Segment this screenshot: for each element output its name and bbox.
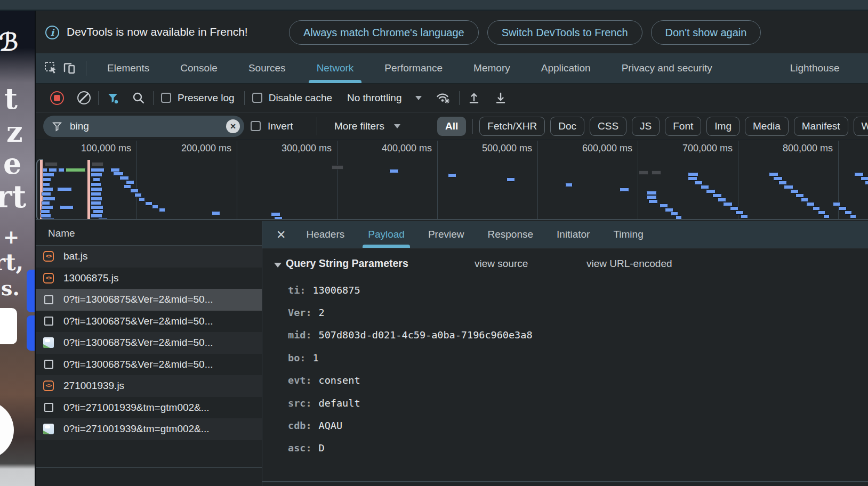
import-har-icon[interactable]: [467, 91, 481, 105]
inspect-element-icon[interactable]: [42, 59, 60, 77]
waterfall-bar: [271, 212, 280, 216]
detail-tab-initiator[interactable]: Initiator: [545, 221, 601, 248]
waterfall-bar: [790, 189, 799, 193]
clear-filter-icon[interactable]: ✕: [226, 119, 240, 133]
detail-tab-timing[interactable]: Timing: [601, 221, 655, 248]
invert-checkbox[interactable]: [251, 121, 261, 131]
waterfall-bar: [795, 193, 804, 198]
request-row[interactable]: 0?ti=271001939&tm=gtm002&...: [36, 397, 262, 419]
detail-tab-payload[interactable]: Payload: [356, 221, 416, 248]
more-filters-button[interactable]: More filters: [334, 120, 400, 132]
view-url-encoded-link[interactable]: view URL-encoded: [586, 258, 672, 270]
export-har-icon[interactable]: [494, 91, 508, 105]
search-icon[interactable]: [132, 91, 146, 105]
waterfall-bar: [565, 183, 573, 187]
tab-memory[interactable]: Memory: [458, 53, 526, 83]
infobar-buttons: Always match Chrome's languageSwitch Dev…: [289, 20, 761, 45]
background-page-text: rt: [0, 181, 26, 212]
waterfall-bar: [43, 177, 51, 182]
infobar-button-don-t-show-again[interactable]: Don't show again: [651, 20, 761, 45]
tab-privacy-and-security[interactable]: Privacy and security: [606, 53, 728, 83]
view-source-link[interactable]: view source: [475, 258, 528, 270]
waterfall-bar: [43, 197, 55, 201]
filter-chip-js[interactable]: JS: [632, 117, 660, 136]
param-value: consent: [319, 375, 360, 386]
name-column-header[interactable]: Name: [36, 221, 262, 246]
infobar-button-switch-devtools-to-french[interactable]: Switch DevTools to French: [487, 20, 642, 45]
request-row[interactable]: 0?ti=13006875&Ver=2&mid=50...: [36, 354, 262, 376]
waterfall-bar: [91, 182, 101, 187]
request-name: 0?ti=13006875&Ver=2&mid=50...: [63, 315, 213, 327]
tab-performance[interactable]: Performance: [369, 53, 458, 83]
tab-application[interactable]: Application: [526, 53, 606, 83]
filter-chip-manifest[interactable]: Manifest: [794, 117, 848, 136]
filter-chip-fetch-xhr[interactable]: Fetch/XHR: [479, 117, 545, 136]
filter-chip-doc[interactable]: Doc: [550, 117, 584, 136]
tab-sources[interactable]: Sources: [233, 53, 301, 83]
waterfall-bar: [43, 187, 53, 191]
record-network-log-button[interactable]: [50, 91, 64, 105]
request-row[interactable]: <>271001939.js: [36, 375, 262, 397]
tab-network[interactable]: Network: [301, 53, 369, 83]
close-icon[interactable]: ✕: [276, 221, 286, 248]
waterfall-bar: [119, 176, 129, 180]
waterfall-bar: [212, 211, 220, 215]
waterfall-bar: [676, 215, 682, 220]
chevron-down-icon: [394, 124, 400, 128]
filter-chip-css[interactable]: CSS: [590, 117, 626, 136]
waterfall-bar: [145, 201, 152, 206]
detail-tab-headers[interactable]: Headers: [294, 221, 356, 248]
device-toolbar-icon[interactable]: [60, 59, 78, 77]
tab-lighthouse[interactable]: Lighthouse: [775, 53, 855, 83]
param-value: 507d803d-d021-4c59-a0ba-7196c960e3a8: [319, 329, 533, 341]
filter-input[interactable]: bing ✕: [43, 116, 244, 137]
waterfall-bar: [801, 198, 808, 202]
disable-cache-checkbox[interactable]: [252, 93, 262, 103]
tab-elements[interactable]: Elements: [92, 53, 165, 83]
filter-query-text: bing: [70, 120, 226, 132]
invert-filter-toggle[interactable]: Invert: [251, 120, 293, 132]
throttling-select[interactable]: No throttling: [347, 92, 422, 104]
timeline-gridline: [237, 141, 237, 219]
request-row[interactable]: 0?ti=13006875&Ver=2&mid=50...: [36, 289, 262, 311]
waterfall-bar: [92, 162, 103, 166]
tab-console[interactable]: Console: [165, 53, 233, 83]
network-overview[interactable]: 100,000 ms200,000 ms300,000 ms400,000 ms…: [36, 140, 868, 220]
request-row[interactable]: <>13006875.js: [36, 268, 262, 289]
waterfall-bar: [152, 205, 158, 209]
filter-chip-img[interactable]: Img: [706, 117, 740, 136]
request-name: 0?ti=13006875&Ver=2&mid=50...: [63, 294, 213, 305]
timeline-gridline: [136, 141, 137, 219]
query-string-section-header[interactable]: Query String Parameters view source view…: [262, 254, 868, 276]
waterfall-bar: [652, 171, 661, 175]
disable-cache-toggle[interactable]: Disable cache: [252, 92, 332, 104]
preserve-log-toggle[interactable]: Preserve log: [161, 92, 235, 104]
detail-tab-preview[interactable]: Preview: [416, 221, 476, 248]
param-value: AQAU: [319, 420, 343, 431]
detail-tab-response[interactable]: Response: [476, 221, 545, 248]
network-conditions-icon[interactable]: [436, 91, 452, 105]
request-row[interactable]: <>bat.js: [36, 246, 262, 268]
request-row[interactable]: 0?ti=13006875&Ver=2&mid=50...: [36, 311, 262, 333]
filter-chip-all[interactable]: All: [437, 117, 466, 136]
background-page-text: +: [3, 227, 19, 246]
devtools-screenshot: ℬtzert+rt,s. i DevTools is now available…: [0, 0, 868, 486]
request-row[interactable]: 0?ti=271001939&tm=gtm002&...: [36, 418, 262, 440]
toolbar-divider: [459, 91, 460, 105]
request-row[interactable]: 0?ti=13006875&Ver=2&mid=50...: [36, 332, 262, 354]
filter-chip-font[interactable]: Font: [665, 117, 701, 136]
preserve-log-checkbox[interactable]: [161, 93, 171, 103]
collapse-triangle-icon[interactable]: [274, 263, 282, 268]
waterfall-bar: [646, 195, 657, 199]
infobar-button-always-match-chrome-s-language[interactable]: Always match Chrome's language: [289, 20, 479, 45]
timeline-tick-label: 600,000 ms: [552, 143, 632, 154]
filter-toggle-button[interactable]: [106, 91, 120, 105]
filter-chip-media[interactable]: Media: [745, 117, 789, 136]
clear-network-log-button[interactable]: [77, 91, 91, 104]
param-row: ti:13006875: [288, 279, 857, 301]
waterfall-bar: [45, 162, 58, 166]
toolbar-divider: [98, 91, 99, 105]
timeline-tick-label: 700,000 ms: [653, 143, 733, 154]
waterfall-bar: [850, 214, 856, 218]
filter-chip-ws[interactable]: WS: [854, 117, 868, 136]
